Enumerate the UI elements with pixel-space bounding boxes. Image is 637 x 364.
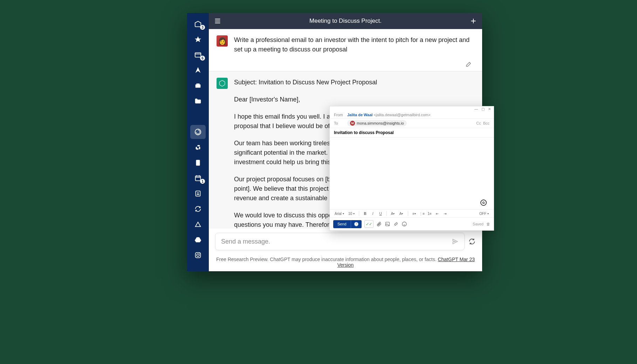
sidebar-item-triangle[interactable] xyxy=(190,217,206,231)
svg-rect-5 xyxy=(197,145,200,147)
hamburger-icon[interactable] xyxy=(214,17,221,25)
bold-button[interactable]: B xyxy=(362,210,368,217)
chip-email: mona.simmons@insights.io xyxy=(357,121,404,125)
from-row: From Jalita de Waal <jalita.dewaal@getma… xyxy=(330,111,494,119)
svg-point-13 xyxy=(197,254,199,256)
from-label: From xyxy=(334,113,344,117)
tracking-select[interactable]: OFF ▾ xyxy=(478,212,490,216)
sidebar-item-calendar[interactable]: 1 xyxy=(190,171,206,185)
svg-point-16 xyxy=(402,222,406,226)
subject-input[interactable]: Invitation to discuss Proposal xyxy=(330,128,494,138)
subject-line: Subject: Invitation to Discuss New Proje… xyxy=(234,78,474,87)
sidebar: 3 6 1 xyxy=(187,13,209,271)
footer-text: Free Research Preview. ChatGPT may produ… xyxy=(216,257,438,262)
placeholder-text: Send a message. xyxy=(221,238,452,245)
page-title: Meeting to Discuss Project. xyxy=(221,18,470,24)
link-icon[interactable] xyxy=(393,221,399,227)
from-email: <jalita.dewaal@getmailbird.com> xyxy=(374,113,430,117)
font-family-select[interactable]: Arial ▾ xyxy=(333,212,345,216)
svg-rect-7 xyxy=(196,148,199,150)
svg-rect-6 xyxy=(199,147,200,149)
grammarly-icon[interactable]: G xyxy=(480,200,487,206)
text-color-button[interactable]: A▾ xyxy=(390,210,396,217)
message-actions xyxy=(209,61,482,71)
svg-rect-9 xyxy=(196,176,201,181)
sidebar-item-slack[interactable] xyxy=(190,140,206,154)
from-name: Jalita de Waal xyxy=(347,113,372,117)
bcc-link[interactable]: Bcc xyxy=(483,121,489,125)
plus-icon[interactable] xyxy=(470,17,477,25)
sidebar-item-inbox[interactable]: 3 xyxy=(190,17,206,31)
sidebar-item-sent[interactable] xyxy=(190,63,206,77)
send-button[interactable]: Send 🕐 xyxy=(333,220,362,228)
maximize-icon[interactable]: ▢ xyxy=(481,107,485,111)
chatgpt-avatar-icon xyxy=(217,78,228,89)
emoji-icon[interactable] xyxy=(402,221,407,227)
badge: 6 xyxy=(200,56,205,61)
svg-rect-8 xyxy=(196,160,200,166)
badge: 3 xyxy=(200,25,205,30)
cc-link[interactable]: Cc xyxy=(476,121,481,125)
svg-point-14 xyxy=(199,253,200,254)
edit-icon[interactable] xyxy=(465,61,472,68)
to-label: To xyxy=(334,121,344,125)
compose-window: — ▢ ✕ From Jalita de Waal <jalita.dewaal… xyxy=(329,106,494,231)
sidebar-item-star[interactable] xyxy=(190,33,206,47)
compose-action-bar: Send 🕐 ✓✓ Saved 🗑 xyxy=(330,218,494,230)
sidebar-item-drive[interactable] xyxy=(190,233,206,247)
send-icon[interactable] xyxy=(452,238,459,245)
align-button[interactable]: ≡▾ xyxy=(411,210,417,217)
outdent-button[interactable]: ⇤ xyxy=(434,210,440,217)
track-button[interactable]: ✓✓ xyxy=(364,220,374,228)
format-toolbar: Arial ▾ 10 ▾ B I U A▾ A▾ ≡▾ ⋮≡ 1≡ ⇤ ⇥ OF… xyxy=(330,209,494,218)
send-later-dropdown[interactable]: 🕐 xyxy=(351,220,362,228)
compose-body[interactable]: G xyxy=(330,138,494,209)
user-message: Write a professional email to an investo… xyxy=(209,29,482,61)
greeting: Dear [Investor's Name], xyxy=(234,95,474,104)
trash-icon[interactable]: 🗑 xyxy=(486,222,490,226)
saved-status: Saved xyxy=(473,222,484,226)
svg-rect-0 xyxy=(195,53,201,57)
sidebar-item-chatgpt[interactable] xyxy=(190,125,206,139)
recipient-chip[interactable]: M mona.simmons@insights.io xyxy=(347,120,407,126)
user-message-text: Write a professional email to an investo… xyxy=(234,35,474,54)
number-list-button[interactable]: 1≡ xyxy=(426,210,433,217)
to-row: To M mona.simmons@insights.io Cc Bcc xyxy=(330,119,494,128)
regenerate-icon[interactable] xyxy=(468,238,476,245)
sidebar-item-doc[interactable] xyxy=(190,156,206,170)
message-input[interactable]: Send a message. xyxy=(215,233,465,250)
svg-rect-1 xyxy=(196,84,201,88)
bullet-list-button[interactable]: ⋮≡ xyxy=(419,210,425,217)
input-row: Send a message. xyxy=(209,229,482,254)
cc-bcc: Cc Bcc xyxy=(476,121,489,125)
send-button-label: Send xyxy=(333,220,351,228)
svg-point-11 xyxy=(197,192,199,194)
sidebar-item-instagram[interactable] xyxy=(190,248,206,262)
sidebar-item-refresh[interactable] xyxy=(190,202,206,216)
attach-icon[interactable] xyxy=(376,221,382,227)
font-size-select[interactable]: 10 ▾ xyxy=(347,212,356,216)
image-icon[interactable] xyxy=(385,221,390,227)
footer-disclaimer: Free Research Preview. ChatGPT may produ… xyxy=(209,254,482,271)
indent-button[interactable]: ⇥ xyxy=(442,210,448,217)
italic-button[interactable]: I xyxy=(370,210,376,217)
underline-button[interactable]: U xyxy=(377,210,384,217)
badge: 1 xyxy=(200,179,205,184)
sidebar-item-contacts[interactable] xyxy=(190,187,206,201)
user-avatar xyxy=(217,35,228,47)
chip-avatar: M xyxy=(350,121,355,126)
to-value[interactable]: M mona.simmons@insights.io xyxy=(347,120,473,126)
close-icon[interactable]: ✕ xyxy=(488,107,491,111)
sidebar-item-folder[interactable] xyxy=(190,94,206,108)
highlight-button[interactable]: A▾ xyxy=(397,210,405,217)
compose-titlebar: — ▢ ✕ xyxy=(330,106,494,111)
minimize-icon[interactable]: — xyxy=(474,107,478,111)
from-value: Jalita de Waal <jalita.dewaal@getmailbir… xyxy=(347,113,489,117)
topbar: Meeting to Discuss Project. xyxy=(209,13,482,29)
sidebar-item-archive[interactable]: 6 xyxy=(190,48,206,62)
svg-rect-2 xyxy=(196,84,199,85)
sidebar-item-storage[interactable] xyxy=(190,79,206,93)
